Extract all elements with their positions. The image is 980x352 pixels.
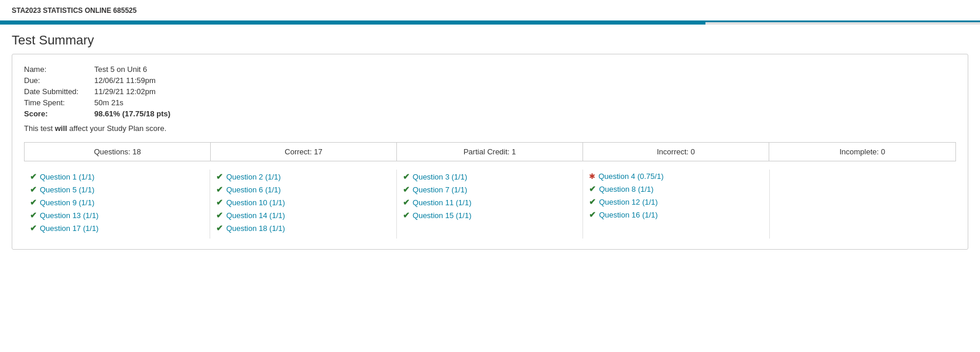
questions-col-1: ✔Question 1 (1/1)✔Question 5 (1/1)✔Quest… [24, 170, 210, 239]
questions-col-4: ✱Question 4 (0.75/1)✔Question 8 (1/1)✔Qu… [583, 170, 769, 239]
check-icon: ✔ [216, 223, 223, 233]
summary-partial: Partial Credit: 1 [397, 143, 583, 161]
question-label[interactable]: Question 2 (1/1) [226, 172, 280, 181]
list-item: ✔Question 3 (1/1) [403, 172, 577, 181]
question-label[interactable]: Question 14 (1/1) [226, 211, 285, 220]
summary-grid: Questions: 18 Correct: 17 Partial Credit… [24, 142, 956, 161]
question-label[interactable]: Question 12 (1/1) [599, 198, 657, 206]
list-item: ✔Question 1 (1/1) [30, 172, 204, 181]
time-spent-value: 50m 21s [94, 98, 124, 107]
info-row-date-submitted: Date Submitted: 11/29/21 12:02pm [24, 87, 956, 96]
question-label[interactable]: Question 17 (1/1) [40, 224, 98, 233]
time-spent-label: Time Spent: [24, 98, 94, 107]
check-icon: ✔ [30, 210, 37, 220]
list-item: ✔Question 17 (1/1) [30, 223, 204, 233]
list-item: ✔Question 15 (1/1) [403, 210, 577, 220]
question-label[interactable]: Question 13 (1/1) [40, 211, 98, 220]
check-icon: ✔ [216, 172, 223, 181]
partial-icon: ✱ [589, 172, 595, 181]
list-item: ✔Question 6 (1/1) [216, 185, 390, 194]
check-icon: ✔ [216, 185, 223, 194]
info-row-score: Score: 98.61% (17.75/18 pts) [24, 109, 956, 118]
question-label[interactable]: Question 15 (1/1) [413, 211, 471, 220]
question-label[interactable]: Question 4 (0.75/1) [598, 172, 663, 181]
info-row-due: Due: 12/06/21 11:59pm [24, 76, 956, 85]
list-item: ✔Question 5 (1/1) [30, 185, 204, 194]
check-icon: ✔ [30, 223, 37, 233]
check-icon: ✔ [589, 184, 596, 194]
page-title: Test Summary [0, 25, 980, 54]
study-plan-text: This test will affect your Study Plan sc… [24, 124, 956, 133]
check-icon: ✔ [403, 172, 410, 181]
check-icon: ✔ [216, 198, 223, 207]
summary-incomplete: Incomplete: 0 [769, 143, 955, 161]
question-label[interactable]: Question 16 (1/1) [599, 210, 657, 219]
list-item: ✔Question 10 (1/1) [216, 198, 390, 207]
content-card: Name: Test 5 on Unit 6 Due: 12/06/21 11:… [12, 54, 968, 250]
check-icon: ✔ [30, 185, 37, 194]
question-label[interactable]: Question 8 (1/1) [599, 185, 653, 194]
question-label[interactable]: Question 10 (1/1) [226, 198, 285, 207]
date-submitted-label: Date Submitted: [24, 87, 94, 96]
list-item: ✔Question 11 (1/1) [403, 198, 577, 207]
top-bar: STA2023 STATISTICS ONLINE 685525 [0, 0, 980, 22]
date-submitted-value: 11/29/21 12:02pm [94, 87, 156, 96]
questions-col-5 [770, 170, 956, 239]
due-value: 12/06/21 11:59pm [94, 76, 156, 85]
question-label[interactable]: Question 7 (1/1) [413, 185, 467, 194]
name-label: Name: [24, 65, 94, 74]
summary-questions: Questions: 18 [25, 143, 211, 161]
check-icon: ✔ [589, 197, 596, 206]
question-label[interactable]: Question 1 (1/1) [40, 172, 94, 181]
list-item: ✔Question 8 (1/1) [589, 184, 763, 194]
check-icon: ✔ [30, 172, 37, 181]
list-item: ✔Question 7 (1/1) [403, 185, 577, 194]
list-item: ✔Question 2 (1/1) [216, 172, 390, 181]
list-item: ✔Question 14 (1/1) [216, 210, 390, 220]
questions-grid: ✔Question 1 (1/1)✔Question 5 (1/1)✔Quest… [24, 170, 956, 239]
list-item: ✔Question 16 (1/1) [589, 210, 763, 219]
list-item: ✔Question 9 (1/1) [30, 198, 204, 207]
list-item: ✔Question 12 (1/1) [589, 197, 763, 206]
question-label[interactable]: Question 11 (1/1) [413, 198, 471, 207]
questions-col-2: ✔Question 2 (1/1)✔Question 6 (1/1)✔Quest… [210, 170, 396, 239]
score-label: Score: [24, 109, 94, 118]
question-label[interactable]: Question 9 (1/1) [40, 198, 94, 207]
check-icon: ✔ [589, 210, 596, 219]
course-title: STA2023 STATISTICS ONLINE 685525 [12, 6, 136, 15]
name-value: Test 5 on Unit 6 [94, 65, 147, 74]
list-item: ✱Question 4 (0.75/1) [589, 172, 763, 181]
check-icon: ✔ [403, 210, 410, 220]
check-icon: ✔ [30, 198, 37, 207]
check-icon: ✔ [403, 198, 410, 207]
info-row-name: Name: Test 5 on Unit 6 [24, 65, 956, 74]
list-item: ✔Question 13 (1/1) [30, 210, 204, 220]
question-label[interactable]: Question 18 (1/1) [226, 224, 285, 233]
info-table: Name: Test 5 on Unit 6 Due: 12/06/21 11:… [24, 65, 956, 118]
question-label[interactable]: Question 6 (1/1) [226, 185, 280, 194]
summary-correct: Correct: 17 [211, 143, 397, 161]
check-icon: ✔ [216, 210, 223, 220]
questions-col-3: ✔Question 3 (1/1)✔Question 7 (1/1)✔Quest… [397, 170, 583, 239]
info-row-time-spent: Time Spent: 50m 21s [24, 98, 956, 107]
due-label: Due: [24, 76, 94, 85]
list-item: ✔Question 18 (1/1) [216, 223, 390, 233]
summary-incorrect: Incorrect: 0 [583, 143, 769, 161]
check-icon: ✔ [403, 185, 410, 194]
question-label[interactable]: Question 3 (1/1) [413, 172, 467, 181]
score-value: 98.61% (17.75/18 pts) [94, 109, 170, 118]
question-label[interactable]: Question 5 (1/1) [40, 185, 94, 194]
